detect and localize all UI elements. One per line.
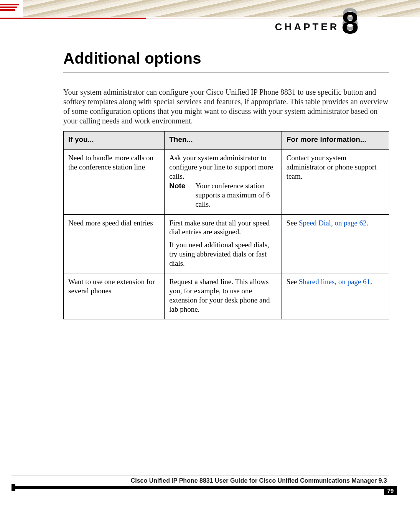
cell-then: First make sure that all your speed dial… [165,214,282,273]
footer-page-number: 79 [384,487,397,495]
cell-then-p1: Ask your system administrator to configu… [169,154,273,180]
content-area: Additional options Your system administr… [63,50,389,319]
table-row: Need to handle more calls on the confere… [64,150,389,215]
cell-for-more-prefix: See [287,278,299,286]
chapter-banner: CHAPTER 8 8 [0,0,420,27]
table-header-then: Then... [165,132,282,150]
cell-then-p1: First make sure that all your speed dial… [169,219,270,236]
cell-then-p2: If you need additional speed dials, try … [169,241,269,267]
note-body: Your conference station supports a maxim… [195,181,277,209]
cell-then: Request a shared line. This allows you, … [165,273,282,319]
footer-bar [12,486,397,489]
cell-for-more: Contact your system administrator or pho… [282,150,389,215]
table-header-if-you: If you... [64,132,165,150]
table-header-for-more: For more information... [282,132,389,150]
footer-doc-title: Cisco Unified IP Phone 8831 User Guide f… [131,477,387,484]
cell-then: Ask your system administrator to configu… [165,150,282,215]
link-speed-dial[interactable]: Speed Dial, on page 62 [299,219,367,227]
banner-photo-strip [23,0,420,17]
banner-stripes-icon [0,4,23,12]
cell-if-you: Want to use one extension for several ph… [64,273,165,319]
cell-for-more: See Speed Dial, on page 62. [282,214,389,273]
link-shared-lines[interactable]: Shared lines, on page 61 [299,278,370,286]
footer-rule [12,475,389,475]
note-label: Note [169,181,195,191]
cell-for-more-prefix: See [287,219,299,227]
chapter-number: 8 8 [342,8,359,32]
cell-for-more-suffix: . [367,219,369,227]
cell-if-you: Need more speed dial entries [64,214,165,273]
page: CHAPTER 8 8 Additional options Your syst… [0,0,420,508]
cell-for-more: See Shared lines, on page 61. [282,273,389,319]
chapter-heading: CHAPTER 8 8 [275,8,359,33]
intro-paragraph: Your system administrator can configure … [63,87,389,126]
page-title: Additional options [63,50,389,67]
page-footer: Cisco Unified IP Phone 8831 User Guide f… [0,475,420,498]
cell-for-more-suffix: . [370,278,372,286]
options-table: If you... Then... For more information..… [63,131,389,319]
title-rule [63,72,389,73]
table-header-row: If you... Then... For more information..… [64,132,389,150]
chapter-word: CHAPTER [275,21,339,33]
table-row: Need more speed dial entries First make … [64,214,389,273]
cell-if-you: Need to handle more calls on the confere… [64,150,165,215]
table-row: Want to use one extension for several ph… [64,273,389,319]
note-block: Note Your conference station supports a … [169,181,278,209]
